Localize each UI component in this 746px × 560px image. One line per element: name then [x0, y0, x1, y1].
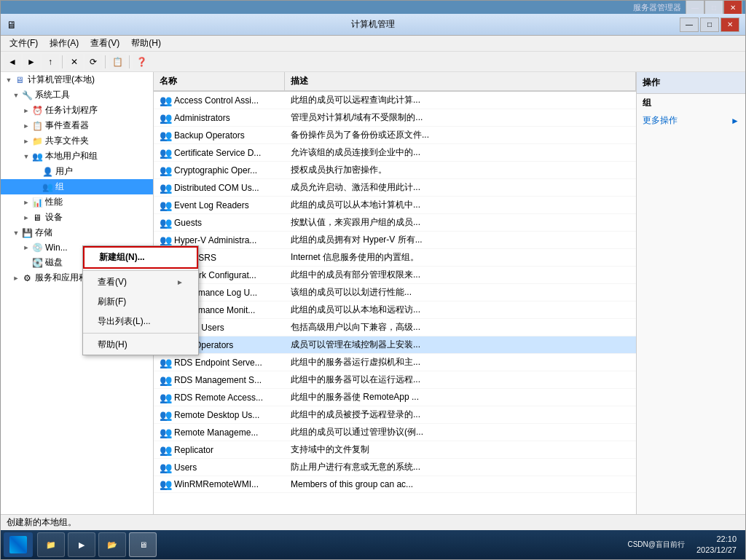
expand-devices[interactable]: ► — [21, 213, 31, 223]
tree-item-groups[interactable]: ► 👥 组 — [1, 179, 153, 194]
ctx-item-1[interactable]: 查看(V)► — [83, 272, 198, 292]
actions-more-arrow: ► — [731, 116, 739, 126]
row-icon: 👥 — [160, 444, 171, 456]
label-eventviewer: 事件查看器 — [45, 119, 89, 132]
tree-item-computer[interactable]: ▼ 🖥 计算机管理(本地) — [1, 72, 153, 87]
status-text: 创建新的本地组。 — [7, 516, 76, 529]
toolbar-export[interactable]: 📋 — [109, 54, 126, 70]
list-row[interactable]: 👥 Backup Operators 备份操作员为了备份份或还原文件... — [154, 127, 636, 144]
taskbar-icon-terminal: ▶ — [74, 537, 89, 552]
list-row[interactable]: 👥 Event Log Readers 此组的成员可以从本地计算机中... — [154, 197, 636, 214]
row-desc: 此组中的服务器可以在运行远程... — [285, 373, 636, 387]
row-name: Access Control Assi... — [174, 95, 259, 106]
tree-item-devices[interactable]: ► 🖥 设备 — [1, 210, 153, 225]
close-btn[interactable]: ✕ — [723, 0, 742, 15]
expand-localusersgroups[interactable]: ▼ — [21, 151, 31, 162]
tree-item-scheduler[interactable]: ► ⏰ 任务计划程序 — [1, 103, 153, 118]
close-win-btn[interactable]: ✕ — [721, 17, 739, 32]
taskbar-btn-terminal[interactable]: ▶ — [68, 532, 95, 557]
list-row[interactable]: 👥 Users 防止用户进行有意或无意的系统... — [154, 459, 636, 476]
list-row[interactable]: 👥 WinRMRemoteWMI... Members of this grou… — [154, 476, 636, 493]
list-row[interactable]: 👥 Distributed COM Us... 成员允许启动、激活和使用此计..… — [154, 179, 636, 197]
ctx-item-2[interactable]: 刷新(F) — [83, 292, 198, 312]
server-manager-title-bar: 服务器管理器 — □ ✕ — [1, 1, 745, 14]
list-row[interactable]: 👥 RDS Management S... 此组中的服务器可以在运行远程... — [154, 371, 636, 389]
menu-file[interactable]: 文件(F) — [4, 36, 44, 51]
row-desc: 此组的成员可以远程查询此计算... — [285, 93, 636, 107]
expand-scheduler[interactable]: ► — [21, 106, 31, 116]
expand-performance[interactable]: ► — [21, 197, 31, 208]
list-row[interactable]: 👥 Guests 按默认值，来宾跟用户组的成员... — [154, 214, 636, 232]
taskbar-btn-compmgmt[interactable]: 🖥 — [129, 532, 157, 557]
toolbar-back[interactable]: ◄ — [4, 54, 21, 70]
list-row[interactable]: 👥 Hyper-V Administra... 此组的成员拥有对 Hyper-V… — [154, 232, 636, 249]
taskbar-btn-explorer[interactable]: 📁 — [37, 532, 65, 557]
ctx-item-4[interactable]: 帮助(H) — [83, 335, 198, 355]
menu-help[interactable]: 帮助(H) — [125, 36, 167, 51]
expand-win[interactable]: ► — [21, 242, 31, 253]
maximize-btn[interactable]: □ — [704, 0, 723, 15]
list-row[interactable]: 👥 Certificate Service D... 允许该组的成员连接到企业中… — [154, 144, 636, 162]
list-row[interactable]: 👥 Remote Manageme... 此组的成员可以通过管理协议(例... — [154, 424, 636, 441]
toolbar-refresh[interactable]: ⟳ — [85, 54, 102, 70]
list-row[interactable]: 👥 RDS Endpoint Serve... 此组中的服务器运行虚拟机和主..… — [154, 354, 636, 371]
list-row[interactable]: 👥 Performance Monit... 此组的成员可以从本地和远程访... — [154, 301, 636, 319]
row-desc: 授权成员执行加密操作。 — [285, 163, 636, 177]
tree-item-systemtools[interactable]: ▼ 🔧 系统工具 — [1, 87, 153, 103]
actions-more[interactable]: 更多操作 ► — [637, 112, 745, 129]
max-btn[interactable]: □ — [700, 17, 719, 32]
minimize-btn[interactable]: — — [686, 0, 704, 15]
menu-action[interactable]: 操作(A) — [44, 36, 85, 51]
icon-localusersgroups: 👥 — [31, 151, 43, 162]
row-icon: 👥 — [160, 130, 171, 141]
toolbar-stop[interactable]: ✕ — [66, 54, 83, 70]
tree-item-users[interactable]: ► 👤 用户 — [1, 164, 153, 179]
toolbar-help[interactable]: ❓ — [133, 54, 150, 70]
label-disk: 磁盘 — [45, 256, 63, 269]
list-row[interactable]: 👥 Access Control Assi... 此组的成员可以远程查询此计算.… — [154, 92, 636, 109]
expand-services[interactable]: ► — [11, 273, 21, 283]
list-row[interactable]: 👥 Print Operators 成员可以管理在域控制器上安装... — [154, 336, 636, 354]
start-icon — [9, 536, 27, 553]
ctx-item-3[interactable]: 导出列表(L)... — [83, 312, 198, 331]
tree-item-performance[interactable]: ► 📊 性能 — [1, 194, 153, 210]
list-row[interactable]: 👥 Remote Desktop Us... 此组中的成员被授予远程登录的... — [154, 406, 636, 424]
row-icon: 👥 — [160, 478, 171, 490]
ctx-item-0[interactable]: 新建组(N)... — [83, 246, 198, 269]
icon-devices: 🖥 — [31, 212, 43, 224]
expand-systemtools[interactable]: ▼ — [11, 90, 21, 100]
list-row[interactable]: 👥 Replicator 支持域中的文件复制 — [154, 441, 636, 459]
row-desc: 按默认值，来宾跟用户组的成员... — [285, 216, 636, 229]
taskbar-btn-files[interactable]: 📂 — [98, 532, 126, 557]
expand-eventviewer[interactable]: ► — [21, 121, 31, 131]
toolbar-forward[interactable]: ► — [23, 54, 40, 70]
col-header-desc[interactable]: 描述 — [285, 72, 636, 90]
label-users: 用户 — [55, 165, 73, 178]
list-row[interactable]: 👥 Performance Log U... 该组的成员可以以划进行性能... — [154, 284, 636, 301]
expand-storage[interactable]: ▼ — [11, 228, 21, 238]
row-icon: 👥 — [160, 112, 171, 124]
tree-item-eventviewer[interactable]: ► 📋 事件查看器 — [1, 118, 153, 133]
menu-view[interactable]: 查看(V) — [85, 36, 125, 51]
row-name: Users — [174, 462, 197, 473]
min-btn[interactable]: — — [680, 17, 699, 32]
list-row[interactable]: 👥 RDS Remote Access... 此组中的服务器使 RemoteAp… — [154, 389, 636, 406]
row-icon: 👥 — [160, 200, 171, 211]
expand-sharedfolders[interactable]: ► — [21, 136, 31, 146]
start-button[interactable] — [4, 532, 33, 557]
col-header-name[interactable]: 名称 — [154, 72, 285, 90]
tree-item-storage[interactable]: ▼ 💾 存储 — [1, 225, 153, 240]
row-desc: 成员允许启动、激活和使用此计... — [285, 181, 636, 194]
expand-computer[interactable]: ▼ — [4, 75, 14, 85]
list-row[interactable]: 👥 Administrators 管理员对计算机/域有不受限制的... — [154, 109, 636, 127]
toolbar: ◄ ► ↑ ✕ ⟳ 📋 ❓ — [1, 52, 745, 72]
list-row[interactable]: 👥 IIS_IUSRS Internet 信息服务使用的内置组。 — [154, 249, 636, 267]
row-icon: 👥 — [160, 374, 171, 386]
tree-item-localusersgroups[interactable]: ▼ 👥 本地用户和组 — [1, 149, 153, 164]
list-row[interactable]: 👥 Network Configurat... 此组中的成员有部分管理权限来..… — [154, 267, 636, 284]
taskbar-tray: CSDN@盲目前行 — [621, 538, 691, 551]
list-row[interactable]: 👥 Cryptographic Oper... 授权成员执行加密操作。 — [154, 162, 636, 179]
toolbar-up[interactable]: ↑ — [42, 54, 59, 70]
list-row[interactable]: 👥 Power Users 包括高级用户以向下兼容，高级... — [154, 319, 636, 336]
tree-item-sharedfolders[interactable]: ► 📁 共享文件夹 — [1, 133, 153, 149]
